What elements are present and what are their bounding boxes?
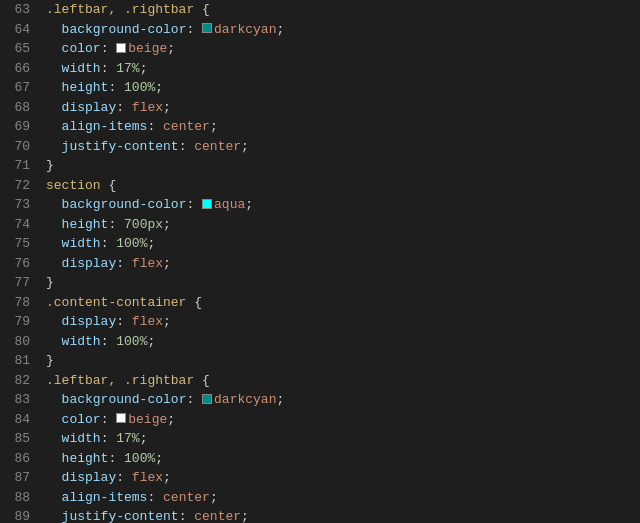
line-number: 83 xyxy=(0,390,30,410)
line-number: 78 xyxy=(0,293,30,313)
token-punct: ; xyxy=(163,254,171,274)
token-punct: { xyxy=(101,176,117,196)
token-value: center xyxy=(194,137,241,157)
token-plain xyxy=(46,449,62,469)
token-plain xyxy=(186,137,194,157)
token-property: height xyxy=(62,215,109,235)
token-property: background-color xyxy=(62,20,187,40)
token-punct: : xyxy=(108,78,116,98)
token-punct: : xyxy=(116,312,124,332)
token-property: background-color xyxy=(62,195,187,215)
token-punct: } xyxy=(46,156,54,176)
token-punct: ; xyxy=(276,390,284,410)
token-punct: } xyxy=(46,351,54,371)
token-punct: : xyxy=(186,195,194,215)
token-plain xyxy=(46,468,62,488)
line-number: 84 xyxy=(0,410,30,430)
line-number: 87 xyxy=(0,468,30,488)
token-value: center xyxy=(163,488,210,508)
token-property: width xyxy=(62,234,101,254)
line-number: 69 xyxy=(0,117,30,137)
token-value: darkcyan xyxy=(214,20,276,40)
line-number: 75 xyxy=(0,234,30,254)
token-plain xyxy=(194,390,202,410)
token-property: color xyxy=(62,410,101,430)
token-plain xyxy=(46,39,62,59)
token-number: 100% xyxy=(124,78,155,98)
color-swatch-icon xyxy=(116,43,126,53)
token-plain xyxy=(46,254,62,274)
code-line: align-items: center; xyxy=(46,117,640,137)
code-line: height: 100%; xyxy=(46,78,640,98)
token-plain xyxy=(108,234,116,254)
token-punct: ; xyxy=(147,234,155,254)
token-punct: : xyxy=(101,59,109,79)
line-number: 82 xyxy=(0,371,30,391)
line-number: 65 xyxy=(0,39,30,59)
token-punct: ; xyxy=(210,117,218,137)
token-punct: : xyxy=(108,215,116,235)
token-plain xyxy=(116,78,124,98)
token-punct: { xyxy=(186,293,202,313)
token-selector: .leftbar, .rightbar xyxy=(46,371,194,391)
code-line: width: 100%; xyxy=(46,332,640,352)
token-plain xyxy=(124,254,132,274)
token-punct: : xyxy=(116,98,124,118)
code-line: background-color: aqua; xyxy=(46,195,640,215)
code-line: } xyxy=(46,156,640,176)
token-punct: ; xyxy=(140,59,148,79)
code-line: .leftbar, .rightbar { xyxy=(46,0,640,20)
code-area[interactable]: .leftbar, .rightbar { background-color: … xyxy=(38,0,640,523)
token-plain xyxy=(46,410,62,430)
token-punct: ; xyxy=(241,507,249,523)
line-number: 68 xyxy=(0,98,30,118)
token-selector: section xyxy=(46,176,101,196)
line-number: 72 xyxy=(0,176,30,196)
code-line: color: beige; xyxy=(46,410,640,430)
token-punct: ; xyxy=(163,98,171,118)
token-punct: : xyxy=(186,390,194,410)
color-swatch-icon xyxy=(202,199,212,209)
token-value: flex xyxy=(132,98,163,118)
token-property: color xyxy=(62,39,101,59)
code-line: } xyxy=(46,351,640,371)
token-plain xyxy=(46,59,62,79)
token-punct: ; xyxy=(147,332,155,352)
token-plain xyxy=(46,390,62,410)
token-property: width xyxy=(62,332,101,352)
token-plain xyxy=(108,59,116,79)
token-punct: ; xyxy=(163,468,171,488)
token-plain xyxy=(155,117,163,137)
token-plain xyxy=(46,429,62,449)
token-property: justify-content xyxy=(62,507,179,523)
token-property: display xyxy=(62,468,117,488)
line-number: 88 xyxy=(0,488,30,508)
token-property: display xyxy=(62,312,117,332)
token-punct: ; xyxy=(163,312,171,332)
token-plain xyxy=(46,117,62,137)
token-plain xyxy=(108,332,116,352)
token-punct: : xyxy=(186,20,194,40)
token-punct: ; xyxy=(155,78,163,98)
token-punct: { xyxy=(194,371,210,391)
token-value: aqua xyxy=(214,195,245,215)
token-punct: : xyxy=(116,468,124,488)
editor-container: 6364656667686970717273747576777879808182… xyxy=(0,0,640,523)
token-punct: : xyxy=(116,254,124,274)
token-plain xyxy=(186,507,194,523)
token-punct: ; xyxy=(163,215,171,235)
token-plain xyxy=(46,195,62,215)
line-number: 77 xyxy=(0,273,30,293)
token-value: darkcyan xyxy=(214,390,276,410)
token-punct: : xyxy=(101,429,109,449)
token-property: height xyxy=(62,449,109,469)
token-plain xyxy=(46,98,62,118)
token-punct: ; xyxy=(241,137,249,157)
token-value: flex xyxy=(132,468,163,488)
token-plain xyxy=(194,195,202,215)
code-line: color: beige; xyxy=(46,39,640,59)
token-punct: : xyxy=(147,488,155,508)
token-property: align-items xyxy=(62,117,148,137)
token-punct: ; xyxy=(167,39,175,59)
code-line: section { xyxy=(46,176,640,196)
